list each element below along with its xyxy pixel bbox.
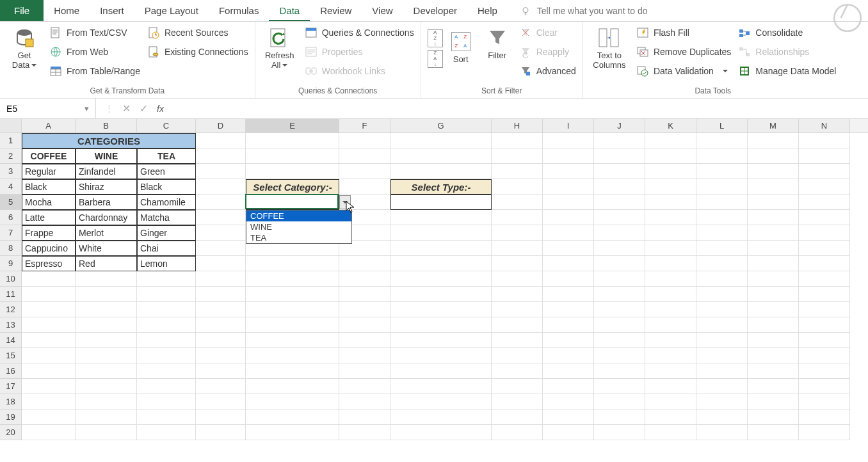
cell-F4[interactable] <box>339 179 390 195</box>
cell-K6[interactable] <box>645 210 696 225</box>
cell-M20[interactable] <box>748 425 799 440</box>
cell-M8[interactable] <box>748 241 799 256</box>
cell-F18[interactable] <box>339 394 390 410</box>
data-validation-list[interactable]: COFFEEWINETEA <box>246 210 352 244</box>
cell-L18[interactable] <box>696 394 748 410</box>
cell-B9[interactable]: Red <box>76 256 137 271</box>
cell-D1[interactable] <box>196 133 246 148</box>
cell-J15[interactable] <box>594 348 645 363</box>
cell-I17[interactable] <box>543 379 594 394</box>
cell-L13[interactable] <box>696 317 748 333</box>
cell-E9[interactable] <box>246 256 339 271</box>
cell-B16[interactable] <box>76 363 137 379</box>
cell-D16[interactable] <box>196 363 246 379</box>
cell-H7[interactable] <box>492 225 543 241</box>
refresh-all-button[interactable]: Refresh All <box>262 26 298 70</box>
from-table-button[interactable]: From Table/Range <box>50 64 140 78</box>
properties-button[interactable]: Properties <box>305 45 414 59</box>
col-header-I[interactable]: I <box>543 119 594 132</box>
cell-D10[interactable] <box>196 271 246 287</box>
row-header-13[interactable]: 13 <box>0 317 22 333</box>
cell-M16[interactable] <box>748 363 799 379</box>
cell-J12[interactable] <box>594 302 645 317</box>
cell-A14[interactable] <box>22 333 76 348</box>
cell-N16[interactable] <box>799 363 850 379</box>
cell-A20[interactable] <box>22 425 76 440</box>
cell-J13[interactable] <box>594 317 645 333</box>
cell-E1[interactable] <box>246 133 339 148</box>
cell-H18[interactable] <box>492 394 543 410</box>
cell-J1[interactable] <box>594 133 645 148</box>
cell-B2[interactable]: WINE <box>76 148 137 164</box>
get-data-button[interactable]: Get Data <box>6 26 42 70</box>
cell-L6[interactable] <box>696 210 748 225</box>
cell-I2[interactable] <box>543 148 594 164</box>
dv-option-wine[interactable]: WINE <box>246 221 351 232</box>
tab-page-layout[interactable]: Page Layout <box>134 0 209 21</box>
cell-F1[interactable] <box>339 133 390 148</box>
cell-A4[interactable]: Black <box>22 179 76 195</box>
col-header-C[interactable]: C <box>137 119 196 132</box>
relationships-button[interactable]: Relationships <box>739 45 836 59</box>
name-box-input[interactable] <box>6 104 45 114</box>
cell-A18[interactable] <box>22 394 76 410</box>
cell-C4[interactable]: Black <box>137 179 196 195</box>
cell-E18[interactable] <box>246 394 339 410</box>
cell-J14[interactable] <box>594 333 645 348</box>
cell-M6[interactable] <box>748 210 799 225</box>
cell-M18[interactable] <box>748 394 799 410</box>
tab-view[interactable]: View <box>362 0 403 21</box>
cell-F14[interactable] <box>339 333 390 348</box>
cell-F20[interactable] <box>339 425 390 440</box>
cell-J5[interactable] <box>594 195 645 210</box>
cell-I11[interactable] <box>543 287 594 302</box>
col-header-D[interactable]: D <box>196 119 246 132</box>
cell-I3[interactable] <box>543 164 594 179</box>
row-header-18[interactable]: 18 <box>0 394 22 410</box>
cell-B18[interactable] <box>76 394 137 410</box>
cell-J6[interactable] <box>594 210 645 225</box>
row-header-4[interactable]: 4 <box>0 179 22 195</box>
cell-I14[interactable] <box>543 333 594 348</box>
cell-G17[interactable] <box>390 379 492 394</box>
name-box[interactable]: ▾ <box>0 99 96 118</box>
cell-C20[interactable] <box>137 425 196 440</box>
cell-G19[interactable] <box>390 410 492 425</box>
row-header-6[interactable]: 6 <box>0 210 22 225</box>
cell-H15[interactable] <box>492 348 543 363</box>
cell-L15[interactable] <box>696 348 748 363</box>
cell-L19[interactable] <box>696 410 748 425</box>
cell-D19[interactable] <box>196 410 246 425</box>
cell-G15[interactable] <box>390 348 492 363</box>
cell-L11[interactable] <box>696 287 748 302</box>
cell-D20[interactable] <box>196 425 246 440</box>
cell-K4[interactable] <box>645 179 696 195</box>
cell-N20[interactable] <box>799 425 850 440</box>
cell-B3[interactable]: Zinfandel <box>76 164 137 179</box>
cell-B11[interactable] <box>76 287 137 302</box>
cell-D5[interactable] <box>196 195 246 210</box>
cell-E19[interactable] <box>246 410 339 425</box>
row-header-12[interactable]: 12 <box>0 302 22 317</box>
cell-C13[interactable] <box>137 317 196 333</box>
cell-H5[interactable] <box>492 195 543 210</box>
cell-A11[interactable] <box>22 287 76 302</box>
cell-C14[interactable] <box>137 333 196 348</box>
tab-home[interactable]: Home <box>44 0 90 21</box>
cell-E3[interactable] <box>246 164 339 179</box>
cell-F3[interactable] <box>339 164 390 179</box>
row-header-7[interactable]: 7 <box>0 225 22 241</box>
row-header-14[interactable]: 14 <box>0 333 22 348</box>
cell-M1[interactable] <box>748 133 799 148</box>
cell-D3[interactable] <box>196 164 246 179</box>
clear-filter-button[interactable]: Clear <box>520 26 576 40</box>
cell-H1[interactable] <box>492 133 543 148</box>
row-header-1[interactable]: 1 <box>0 133 22 148</box>
cell-I13[interactable] <box>543 317 594 333</box>
col-header-E[interactable]: E <box>246 119 339 132</box>
row-header-17[interactable]: 17 <box>0 379 22 394</box>
cell-E20[interactable] <box>246 425 339 440</box>
cell-I16[interactable] <box>543 363 594 379</box>
row-header-8[interactable]: 8 <box>0 241 22 256</box>
cell-L16[interactable] <box>696 363 748 379</box>
